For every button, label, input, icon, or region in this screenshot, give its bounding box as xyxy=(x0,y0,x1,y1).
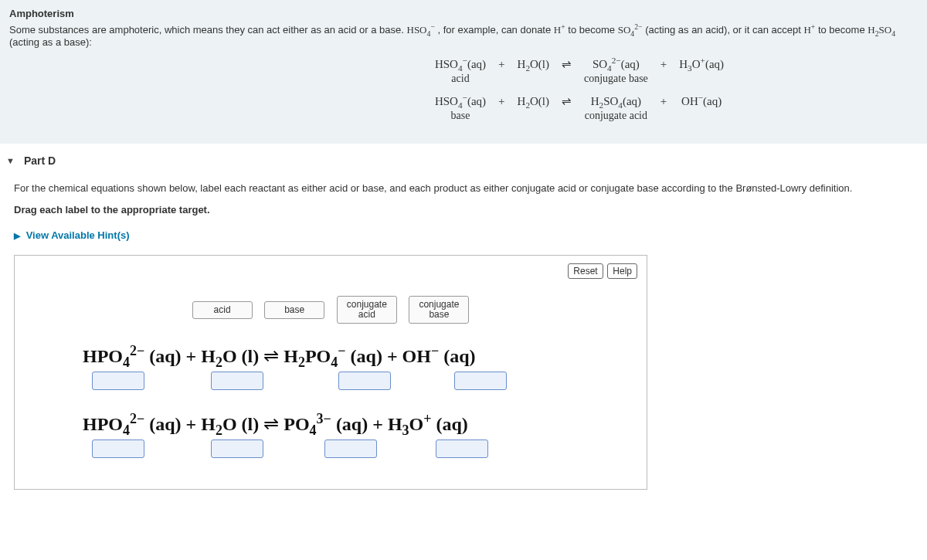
instruction-line2: Drag each label to the appropriate targe… xyxy=(14,202,913,218)
drop-target-eq1-r2[interactable] xyxy=(211,372,263,390)
equilibrium-arrow-icon: ⇌ xyxy=(263,345,279,367)
intro-text-e: to become xyxy=(818,24,868,36)
eq2-product2: OH−(aq) xyxy=(673,93,730,110)
instruction-line1: For the chemical equations shown below, … xyxy=(14,181,913,196)
drop-target-eq2-p2[interactable] xyxy=(436,440,488,458)
equation-2-targets xyxy=(83,440,637,458)
drop-target-eq2-r2[interactable] xyxy=(211,440,263,458)
view-hints-link[interactable]: ▶ View Available Hint(s) xyxy=(14,229,130,241)
caret-right-icon: ▶ xyxy=(14,231,20,241)
part-header[interactable]: ▼ Part D xyxy=(0,144,927,175)
label-conjugate-acid: conjugate acid xyxy=(578,110,654,130)
intro-text-a: Some substances are amphoteric, which me… xyxy=(9,24,407,36)
equation-1-targets xyxy=(83,372,637,390)
reset-button[interactable]: Reset xyxy=(568,263,603,279)
eq1-product2: H3O+(aq) xyxy=(673,56,730,73)
drop-target-eq1-p1[interactable] xyxy=(338,372,391,390)
plus-sign: + xyxy=(654,56,673,73)
intro-text-b: , for example, can donate xyxy=(438,24,554,36)
intro-text-d: (acting as an acid), or it can accept xyxy=(645,24,803,36)
drop-target-eq1-r1[interactable] xyxy=(92,372,144,390)
part-body: For the chemical equations shown below, … xyxy=(0,181,927,505)
label-chip-conjugate-acid[interactable]: conjugate acid xyxy=(337,296,397,324)
intro-text: Some substances are amphoteric, which me… xyxy=(9,24,918,48)
so4-formula: SO42− xyxy=(618,24,643,36)
eq2-product1: H2SO4(aq) xyxy=(578,93,654,110)
plus-sign: + xyxy=(492,93,511,110)
intro-text-f: (acting as a base): xyxy=(9,36,92,48)
help-button[interactable]: Help xyxy=(607,263,637,279)
eq1-reactant1: HSO4−(aq) xyxy=(429,56,492,73)
h2so4-formula: H2SO4 xyxy=(868,24,895,36)
caret-down-icon: ▼ xyxy=(6,156,15,165)
equation-1: HPO42− (aq) + H2O (l) ⇌ H2PO4− (aq) + OH… xyxy=(83,345,637,367)
draggable-labels-row: acid base conjugate acid conjugate base xyxy=(24,296,637,324)
equilibrium-arrow: ⇌ xyxy=(555,56,578,73)
drop-target-eq2-p1[interactable] xyxy=(324,440,377,458)
eq1-reactant2: H2O(l) xyxy=(511,56,555,73)
h-plus-2: H+ xyxy=(803,24,815,36)
drop-target-eq2-r1[interactable] xyxy=(92,440,144,458)
plus-sign: + xyxy=(492,56,511,73)
eq1-product1: SO42−(aq) xyxy=(578,56,654,73)
plus-sign: + xyxy=(654,93,673,110)
equilibrium-arrow-icon: ⇌ xyxy=(263,413,279,435)
drop-target-eq1-p2[interactable] xyxy=(454,372,507,390)
eq2-reactant2: H2O(l) xyxy=(511,93,555,110)
h-plus: H+ xyxy=(554,24,565,36)
equation-2: HPO42− (aq) + H2O (l) ⇌ PO43− (aq) + H3O… xyxy=(83,413,637,435)
drag-workspace: Reset Help acid base conjugate acid conj… xyxy=(14,255,647,490)
intro-text-c: to become xyxy=(568,24,617,36)
hints-label: View Available Hint(s) xyxy=(26,229,130,241)
label-acid: acid xyxy=(429,73,492,93)
eq2-reactant1: HSO4−(aq) xyxy=(429,93,492,110)
example-equations: HSO4−(aq) + H2O(l) ⇌ SO42−(aq) + H3O+(aq… xyxy=(9,56,918,130)
label-chip-acid[interactable]: acid xyxy=(192,301,253,319)
label-conjugate-base: conjugate base xyxy=(578,73,654,93)
intro-panel: Amphoterism Some substances are amphoter… xyxy=(0,0,927,144)
label-chip-base[interactable]: base xyxy=(264,301,324,319)
part-label: Part D xyxy=(24,154,56,167)
hso4-formula: HSO4− xyxy=(407,24,435,36)
equilibrium-arrow: ⇌ xyxy=(555,93,578,110)
label-base: base xyxy=(429,110,492,130)
label-chip-conjugate-base[interactable]: conjugate base xyxy=(409,296,469,324)
intro-title: Amphoterism xyxy=(9,8,918,19)
